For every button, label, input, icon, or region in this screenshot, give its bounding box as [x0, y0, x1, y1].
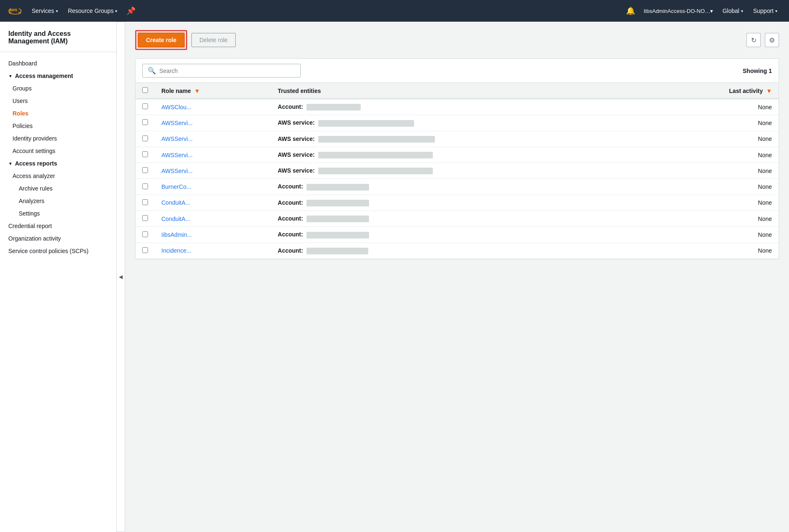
last-activity-value: None	[758, 136, 772, 142]
sidebar-item-access-analyzer[interactable]: Access analyzer	[0, 170, 116, 182]
row-checkbox-cell[interactable]	[136, 147, 155, 163]
row-checkbox-cell[interactable]	[136, 131, 155, 147]
table-body: AWSClou... Account: None AWSServi... AWS…	[136, 99, 779, 258]
sidebar-item-policies[interactable]: Policies	[0, 120, 116, 132]
sidebar-item-groups[interactable]: Groups	[0, 82, 116, 95]
col-last-activity[interactable]: Last activity ▼	[653, 83, 779, 99]
search-input[interactable]	[159, 68, 295, 74]
row-checkbox[interactable]	[142, 119, 148, 125]
trusted-entities-cell: Account:	[271, 195, 653, 211]
role-link[interactable]: AWSServi...	[161, 168, 193, 174]
last-activity-cell: None	[653, 115, 779, 131]
search-bar[interactable]: 🔍	[142, 64, 301, 78]
sidebar-section-access-reports[interactable]: ▼ Access reports	[0, 157, 116, 170]
row-checkbox[interactable]	[142, 247, 148, 253]
row-checkbox[interactable]	[142, 167, 148, 173]
pin-icon[interactable]: 📌	[122, 0, 140, 22]
roles-table-container: 🔍 Showing 1 Role name	[135, 58, 779, 259]
row-checkbox[interactable]	[142, 136, 148, 141]
role-link[interactable]: IibsAdmin...	[161, 231, 192, 238]
row-checkbox-cell[interactable]	[136, 195, 155, 211]
last-activity-cell: None	[653, 211, 779, 227]
sidebar-item-archive-rules[interactable]: Archive rules	[0, 182, 116, 195]
role-link[interactable]: AWSServi...	[161, 136, 193, 142]
row-checkbox-cell[interactable]	[136, 99, 155, 115]
sidebar-item-users[interactable]: Users	[0, 95, 116, 107]
expand-icon2: ▼	[8, 161, 13, 166]
row-checkbox[interactable]	[142, 199, 148, 205]
role-link[interactable]: AWSServi...	[161, 152, 193, 158]
sidebar-item-dashboard[interactable]: Dashboard	[0, 57, 116, 70]
role-link[interactable]: Incidence...	[161, 247, 191, 254]
last-activity-value: None	[758, 199, 772, 206]
sidebar-item-account-settings[interactable]: Account settings	[0, 145, 116, 157]
sidebar-section-access-management[interactable]: ▼ Access management	[0, 70, 116, 82]
table-row: AWSServi... AWS service: None	[136, 147, 779, 163]
role-link[interactable]: AWSServi...	[161, 120, 193, 126]
trusted-entities-cell: Account:	[271, 211, 653, 227]
row-checkbox-cell[interactable]	[136, 163, 155, 179]
bell-icon[interactable]: 🔔	[622, 0, 639, 22]
svg-text:aws: aws	[9, 7, 17, 12]
row-checkbox-cell[interactable]	[136, 211, 155, 227]
row-checkbox[interactable]	[142, 183, 148, 189]
sidebar-item-roles[interactable]: Roles	[0, 107, 116, 120]
support-chevron-icon: ▾	[775, 9, 777, 13]
sidebar: Identity and Access Management (IAM) Das…	[0, 22, 117, 532]
row-checkbox-cell[interactable]	[136, 227, 155, 243]
table-row: BurnerCo... Account: None	[136, 179, 779, 195]
role-link[interactable]: BurnerCo...	[161, 183, 191, 190]
sidebar-item-credential-report[interactable]: Credential report	[0, 220, 116, 232]
select-all-cell[interactable]	[136, 83, 155, 99]
trusted-entities-cell: Account:	[271, 243, 653, 258]
last-activity-value: None	[758, 120, 772, 126]
role-name-cell: ConduitA...	[155, 211, 271, 227]
region-menu[interactable]: Global ▾	[717, 0, 748, 22]
row-checkbox-cell[interactable]	[136, 179, 155, 195]
role-link[interactable]: AWSClou...	[161, 104, 191, 110]
col-role-name[interactable]: Role name ▼	[155, 83, 271, 99]
trusted-entities-cell: AWS service:	[271, 147, 653, 163]
role-name-cell: AWSServi...	[155, 131, 271, 147]
last-activity-cell: None	[653, 243, 779, 258]
search-icon: 🔍	[148, 67, 156, 75]
last-activity-value: None	[758, 104, 772, 110]
resource-groups-chevron-icon: ▾	[115, 9, 117, 13]
sidebar-item-settings[interactable]: Settings	[0, 207, 116, 220]
sidebar-item-identity-providers[interactable]: Identity providers	[0, 132, 116, 145]
row-checkbox-cell[interactable]	[136, 243, 155, 258]
row-checkbox[interactable]	[142, 103, 148, 109]
row-checkbox-cell[interactable]	[136, 115, 155, 131]
sort-icon: ▼	[194, 88, 200, 94]
resource-groups-menu[interactable]: Resource Groups ▾	[63, 0, 123, 22]
table-row: Incidence... Account: None	[136, 243, 779, 258]
last-activity-value: None	[758, 247, 772, 254]
account-menu[interactable]: IibsAdminAccess-DO-NOT-DEL... ▾	[639, 0, 717, 22]
sidebar-item-service-control-policies[interactable]: Service control policies (SCPs)	[0, 245, 116, 257]
panel-collapse-button[interactable]: ◀	[117, 22, 125, 532]
settings-button[interactable]: ⚙	[765, 33, 779, 47]
support-menu[interactable]: Support ▾	[748, 0, 782, 22]
last-activity-cell: None	[653, 227, 779, 243]
row-checkbox[interactable]	[142, 151, 148, 157]
row-checkbox[interactable]	[142, 231, 148, 237]
last-activity-cell: None	[653, 179, 779, 195]
role-name-cell: Incidence...	[155, 243, 271, 258]
last-activity-value: None	[758, 168, 772, 174]
region-chevron-icon: ▾	[741, 9, 743, 13]
refresh-button[interactable]: ↻	[746, 33, 761, 47]
role-link[interactable]: ConduitA...	[161, 216, 190, 222]
sidebar-item-organization-activity[interactable]: Organization activity	[0, 232, 116, 245]
sidebar-item-analyzers[interactable]: Analyzers	[0, 195, 116, 207]
main-content: Create role Delete role ↻ ⚙ 🔍 Showing 1	[125, 22, 789, 532]
select-all-checkbox[interactable]	[142, 87, 148, 93]
role-name-cell: ConduitA...	[155, 195, 271, 211]
services-menu[interactable]: Services ▾	[27, 0, 63, 22]
aws-logo[interactable]: aws	[7, 3, 23, 19]
role-link[interactable]: ConduitA...	[161, 199, 190, 206]
create-role-button[interactable]: Create role	[138, 33, 185, 48]
row-checkbox[interactable]	[142, 215, 148, 221]
last-activity-cell: None	[653, 131, 779, 147]
trusted-entities-cell: AWS service:	[271, 115, 653, 131]
top-navigation: aws Services ▾ Resource Groups ▾ 📌 🔔 Iib…	[0, 0, 789, 22]
